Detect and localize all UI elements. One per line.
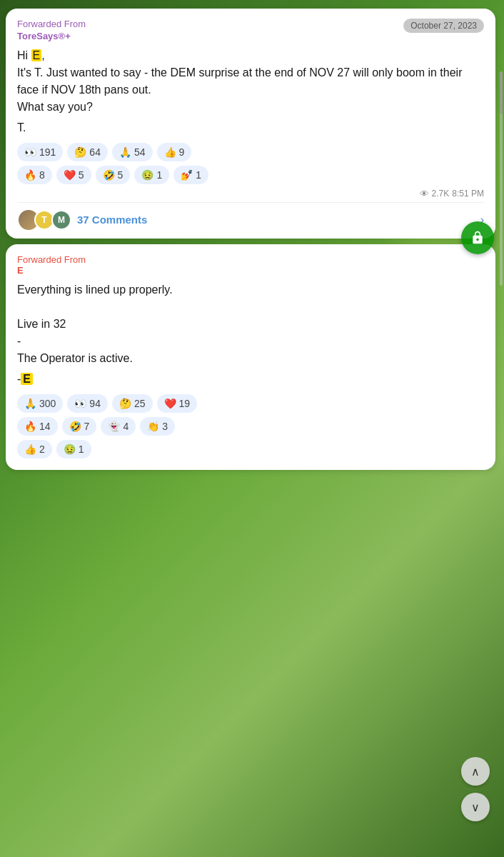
reactions-row-1a: 👀 191 🤔 64 🙏 54 👍 9 bbox=[17, 143, 484, 161]
comments-row[interactable]: T M 37 Comments › bbox=[17, 202, 484, 231]
reaction-pray[interactable]: 🙏 54 bbox=[112, 143, 153, 161]
emoji-thinking: 🤔 bbox=[74, 146, 86, 158]
count2-fire: 14 bbox=[39, 421, 51, 432]
reaction-eyes[interactable]: 👀 191 bbox=[17, 143, 63, 161]
message-card-1: Forwarded From ToreSays®+ October 27, 20… bbox=[6, 9, 495, 239]
message-meta-1: 👁 2.7K 8:51 PM bbox=[17, 189, 484, 199]
message-body-2: Everything is lined up properly. Live in… bbox=[17, 281, 484, 367]
count-sick: 1 bbox=[156, 169, 162, 181]
count-heart: 5 bbox=[79, 169, 84, 181]
count2-ghost: 4 bbox=[123, 421, 128, 432]
emoji2-lol: 🤣 bbox=[69, 421, 81, 432]
emoji2-fire: 🔥 bbox=[24, 421, 36, 432]
reaction2-sick[interactable]: 🤢 1 bbox=[56, 440, 91, 458]
reaction-sick[interactable]: 🤢 1 bbox=[134, 166, 169, 184]
emoji2-pray: 🙏 bbox=[24, 398, 36, 409]
highlight-e: E bbox=[31, 49, 42, 61]
reaction2-clap[interactable]: 👏 3 bbox=[140, 417, 175, 436]
emoji2-eyes: 👀 bbox=[74, 398, 86, 409]
highlight-e-2: E bbox=[21, 373, 33, 385]
reactions-row-2a: 🙏 300 👀 94 🤔 25 ❤️ 19 bbox=[17, 394, 484, 413]
emoji2-sick: 🤢 bbox=[64, 443, 76, 455]
reaction-thinking[interactable]: 🤔 64 bbox=[67, 143, 108, 161]
forwarded-header-left-2: Forwarded From E bbox=[17, 254, 86, 276]
count2-clap: 3 bbox=[162, 421, 168, 432]
scroll-down-button[interactable]: ∨ bbox=[461, 793, 490, 821]
emoji2-heart: ❤️ bbox=[164, 398, 176, 409]
time-1: 8:51 PM bbox=[452, 189, 484, 199]
chevron-up-icon: ∧ bbox=[471, 765, 480, 778]
reactions-row-2c: 👍 2 🤢 1 bbox=[17, 440, 484, 458]
emoji-thumbsup: 👍 bbox=[164, 146, 176, 158]
reaction-nails[interactable]: 💅 1 bbox=[173, 166, 208, 184]
count-thumbsup: 9 bbox=[179, 146, 185, 158]
eye-icon: 👁 bbox=[420, 189, 429, 199]
count2-eyes: 94 bbox=[89, 398, 101, 409]
emoji2-ghost: 👻 bbox=[108, 421, 120, 432]
share-button[interactable] bbox=[461, 221, 494, 254]
emoji2-thumbsup: 👍 bbox=[24, 443, 36, 455]
emoji-sick: 🤢 bbox=[141, 169, 153, 181]
reactions-row-2b: 🔥 14 🤣 7 👻 4 👏 3 bbox=[17, 417, 484, 436]
avatar-stack: T M bbox=[17, 209, 71, 231]
chevron-down-icon: ∨ bbox=[471, 801, 480, 814]
share-icon bbox=[470, 231, 485, 245]
emoji-eyes: 👀 bbox=[24, 146, 36, 158]
reaction-lol[interactable]: 🤣 5 bbox=[96, 166, 131, 184]
signature-2: -E bbox=[17, 373, 484, 386]
reaction-heart[interactable]: ❤️ 5 bbox=[56, 166, 91, 184]
count-pray: 54 bbox=[134, 146, 146, 158]
date-badge-1: October 27, 2023 bbox=[403, 19, 484, 33]
count-thinking: 64 bbox=[89, 146, 101, 158]
scrollbar[interactable] bbox=[500, 71, 503, 286]
emoji-pray: 🙏 bbox=[119, 146, 131, 158]
emoji-nails: 💅 bbox=[181, 169, 193, 181]
forwarded-header-2: Forwarded From E bbox=[17, 254, 484, 276]
count2-heart: 19 bbox=[179, 398, 191, 409]
count2-sick: 1 bbox=[79, 443, 84, 455]
emoji-lol: 🤣 bbox=[103, 169, 115, 181]
views-count-1: 2.7K bbox=[432, 189, 450, 199]
count2-thumbsup: 2 bbox=[39, 443, 45, 455]
reaction-fire[interactable]: 🔥 8 bbox=[17, 166, 52, 184]
reaction2-thumbsup[interactable]: 👍 2 bbox=[17, 440, 52, 458]
emoji-fire: 🔥 bbox=[24, 169, 36, 181]
forwarded-label-2: Forwarded From bbox=[17, 254, 86, 265]
reaction2-thinking[interactable]: 🤔 25 bbox=[112, 394, 153, 413]
forwarded-author-1: ToreSays®+ bbox=[17, 31, 86, 41]
count-eyes: 191 bbox=[39, 146, 56, 158]
message-body-1: Hi E, It's T. Just wanted to say - the D… bbox=[17, 47, 484, 116]
count2-pray: 300 bbox=[39, 398, 56, 409]
reaction2-heart[interactable]: ❤️ 19 bbox=[157, 394, 198, 413]
forwarded-author-2: E bbox=[17, 265, 86, 276]
reactions-row-1b: 🔥 8 ❤️ 5 🤣 5 🤢 1 💅 1 bbox=[17, 166, 484, 184]
emoji2-thinking: 🤔 bbox=[119, 398, 131, 409]
scrollbar-thumb bbox=[500, 71, 503, 114]
emoji-heart: ❤️ bbox=[64, 169, 76, 181]
emoji2-clap: 👏 bbox=[147, 421, 159, 432]
count-fire: 8 bbox=[39, 169, 45, 181]
count2-thinking: 25 bbox=[134, 398, 146, 409]
reaction2-lol[interactable]: 🤣 7 bbox=[62, 417, 97, 436]
comments-label: 37 Comments bbox=[77, 214, 147, 226]
reaction2-pray[interactable]: 🙏 300 bbox=[17, 394, 63, 413]
forwarded-label-1: Forwarded From bbox=[17, 19, 86, 31]
reaction2-eyes[interactable]: 👀 94 bbox=[67, 394, 108, 413]
signature-1: T. bbox=[17, 121, 484, 134]
reaction-thumbsup[interactable]: 👍 9 bbox=[157, 143, 192, 161]
reaction2-ghost[interactable]: 👻 4 bbox=[101, 417, 136, 436]
forwarded-header-1: Forwarded From ToreSays®+ October 27, 20… bbox=[17, 19, 484, 41]
avatar-m: M bbox=[51, 210, 71, 230]
scroll-up-button[interactable]: ∧ bbox=[461, 757, 490, 786]
count2-lol: 7 bbox=[84, 421, 90, 432]
count-nails: 1 bbox=[196, 169, 201, 181]
message-card-2: Forwarded From E Everything is lined up … bbox=[6, 244, 495, 470]
count-lol: 5 bbox=[118, 169, 124, 181]
forwarded-header-left: Forwarded From ToreSays®+ bbox=[17, 19, 86, 41]
reaction2-fire[interactable]: 🔥 14 bbox=[17, 417, 58, 436]
